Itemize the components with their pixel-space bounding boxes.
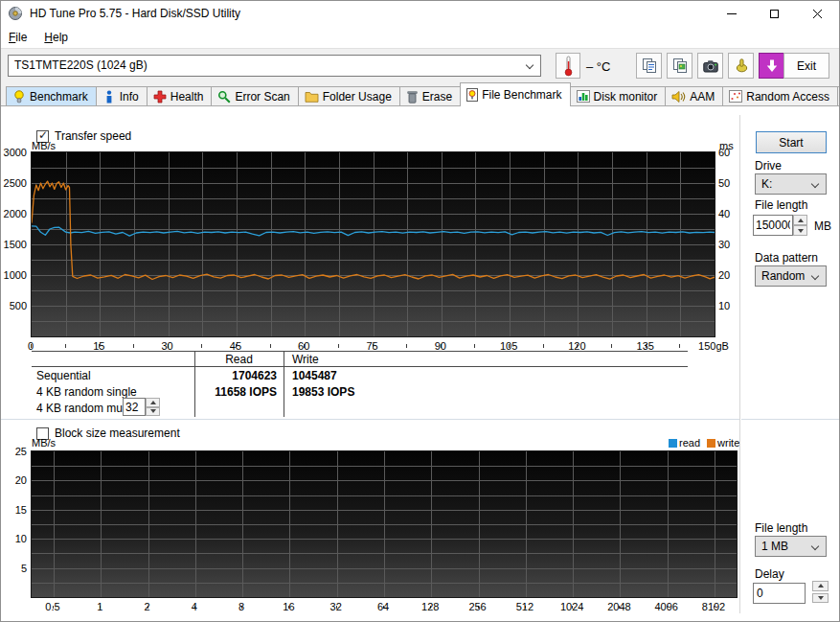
spin-up-button[interactable] [793,215,807,225]
file-length-unit: MB [814,219,831,233]
camera-button[interactable] [697,53,723,79]
bottom-chart-x-tick: 1024 [560,601,583,612]
disk-monitor-icon [577,90,590,103]
delay-label: Delay [755,567,784,581]
copy-image-button[interactable] [667,53,692,79]
tab-file-benchmark[interactable]: File Benchmark [460,82,570,106]
top-chart-right-tick: 20 [718,269,741,281]
bottom-chart-y-tick: 5 [2,563,27,574]
tab-benchmark[interactable]: Benchmark [6,86,97,106]
top-chart-right-tick: 40 [718,208,741,219]
column-header-write: Write [292,353,319,366]
sequential-write-value: 1045487 [292,369,337,382]
top-chart-x-tick: 90 [435,340,446,352]
file-benchmark-icon [466,88,478,102]
bulb-icon [12,90,26,104]
tab-label: Health [170,90,204,104]
legend-write: write [707,437,739,449]
spin-down-button[interactable] [812,593,829,604]
table-header-line [32,366,688,367]
legend: readwrite [669,437,739,449]
tab-random-access[interactable]: Random Access [722,86,838,106]
arrow-up-icon [150,401,156,404]
tab-label: AAM [690,90,715,104]
bottom-chart-x-tick: 4 [192,601,197,612]
arrow-up-icon [798,219,804,222]
maximize-button[interactable] [753,0,796,27]
tab-error-scan[interactable]: Error Scan [211,86,298,106]
chevron-down-icon [811,542,819,550]
tab-disk-monitor[interactable]: Disk monitor [570,86,667,106]
download-button[interactable] [759,53,784,79]
section-divider [0,419,840,420]
top-chart-y-tick: 1500 [2,239,27,250]
app-window: HD Tune Pro 5.75 - Hard Disk/SSD Utility… [0,0,840,622]
minimize-button[interactable] [710,0,753,27]
top-chart-y-tick: 3000 [2,147,27,158]
column-header-read: Read [194,353,284,366]
tab-aam[interactable]: AAM [665,86,723,106]
tab-health[interactable]: Health [147,86,213,106]
drive-combo[interactable]: K: [755,173,827,195]
panel-divider [739,115,740,613]
file-length-label: File length [755,198,807,212]
top-chart-x-tick: 150gB [698,340,729,352]
sequential-read-value: 1704623 [194,369,277,382]
block-size-checkbox[interactable]: Block size measurement [36,426,180,440]
drive-select-value: TS1TMTE220S (1024 gB) [14,58,148,72]
bottom-chart-x-tick: 4096 [654,601,677,612]
tab-folder-usage[interactable]: Folder Usage [298,86,400,106]
file-length2-combo[interactable]: 1 MB [755,536,827,557]
drive-select[interactable]: TS1TMTE220S (1024 gB) [8,55,541,77]
data-pattern-combo[interactable]: Random [755,265,827,287]
table-column-divider [284,351,284,417]
close-button[interactable] [796,0,839,27]
top-chart-y-tick: 2000 [2,208,27,219]
bottom-chart-y-tick: 20 [2,474,27,486]
queue-depth-spinner [123,398,160,416]
tab-label: Benchmark [30,90,88,104]
legend-read-swatch [669,439,677,448]
file-length-input[interactable] [753,215,793,236]
tab-label: Random Access [746,90,829,104]
row-label-4kb-random-single: 4 KB random single [36,385,137,399]
folder-icon [305,90,319,103]
top-chart-x-tick: 135 [637,340,654,352]
tab-info[interactable]: Info [96,86,148,106]
exit-button[interactable]: Exit [783,53,829,79]
app-icon [8,6,23,21]
chevron-down-icon [526,61,534,69]
file-length2-label: File length [755,521,807,535]
spin-up-button[interactable] [812,581,829,591]
aam-icon [671,90,686,104]
hand-button[interactable] [728,53,754,79]
spin-down-button[interactable] [146,407,160,417]
transfer-speed-label: Transfer speed [55,129,131,143]
drive-combo-value: K: [761,177,772,191]
menu-help[interactable]: Help [35,27,77,47]
bottom-chart-x-tick: 512 [516,601,534,612]
arrow-down-icon [798,229,804,233]
bottom-chart-x-tick: 128 [421,601,439,612]
spin-down-button[interactable] [793,225,807,236]
legend-read-label: read [679,437,700,449]
copy-text-button[interactable] [636,53,662,79]
bottom-chart-x-tick: 8192 [702,601,725,612]
health-icon [153,90,167,104]
menu-file[interactable]: File [0,27,35,47]
block-size-label: Block size measurement [55,426,180,440]
top-chart-y-tick: 1000 [2,269,27,281]
spin-up-button[interactable] [146,398,160,407]
queue-depth-input[interactable] [123,398,146,416]
bottom-chart-y-tick: 10 [2,533,27,544]
top-chart-x-tick: 45 [230,340,241,352]
temperature-button[interactable] [556,53,580,79]
arrow-up-icon [818,584,824,587]
bottom-chart-x-tick: 16 [283,601,294,612]
start-button[interactable]: Start [756,131,827,153]
tab-erase[interactable]: Erase [399,86,461,106]
bottom-chart-x-tick: 2 [145,601,150,612]
delay-input[interactable] [753,583,806,604]
top-chart-y-tick: 500 [2,300,27,311]
error-scan-icon [217,90,231,104]
